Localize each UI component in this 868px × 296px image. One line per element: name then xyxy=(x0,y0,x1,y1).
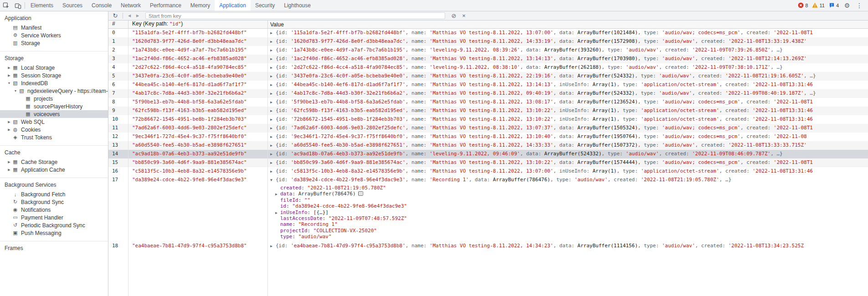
disclosure-collapsed-icon[interactable]: ▶ xyxy=(270,150,276,158)
disclosure-collapsed-icon[interactable]: ▶ xyxy=(270,38,276,46)
table-row-7[interactable]: 7"4ab17c8c-7d8a-44d3-b30f-32e21fb6b6a2"▶… xyxy=(108,89,868,98)
kebab-menu-icon[interactable]: ⋮ xyxy=(855,2,863,9)
chevron-expanded-icon[interactable]: ▼ xyxy=(6,82,12,85)
disclosure-collapsed-icon[interactable]: ▶ xyxy=(270,55,276,63)
tab-performance[interactable]: Performance xyxy=(145,0,186,11)
disclosure-collapsed-icon[interactable]: ▶ xyxy=(270,133,276,141)
disclosure-collapsed-icon[interactable]: ▶ xyxy=(270,64,276,72)
sidebar-item-ngdexielievequery-https-team-vidieditor-vi[interactable]: ▼▧ngdexielieveQuery - https://team-vidie… xyxy=(0,87,108,95)
table-row-14[interactable]: 14"ac9ad18b-07a6-4eb3-b373-aa92e51de9fb"… xyxy=(108,150,868,158)
sidebar-item-voiceovers[interactable]: ▦voiceovers xyxy=(0,110,108,118)
sidebar-item-indexeddb[interactable]: ▼▧IndexedDB xyxy=(0,79,108,87)
table-row-10[interactable]: 10"72b86672-1545-4951-be8b-1f284eb3b703"… xyxy=(108,115,868,124)
table-row-6[interactable]: 6"44bea45c-b140-4ef6-817d-d1ad6f7af1f7"▶… xyxy=(108,81,868,89)
sidebar-item-projects[interactable]: ▦projects xyxy=(0,95,108,102)
disclosure-collapsed-icon[interactable]: ▶ xyxy=(270,90,276,98)
next-page-icon[interactable]: ▶ xyxy=(134,12,142,20)
disclosure-collapsed-icon[interactable]: ▶ xyxy=(270,142,276,150)
property-value: "2022-11-08T21:19:05.780Z" xyxy=(308,185,386,191)
sidebar-item-trust-tokens[interactable]: ◈Trust Tokens xyxy=(0,133,108,141)
sidebar-item-notifications[interactable]: ◉Notifications xyxy=(0,206,108,214)
tab-application[interactable]: Application xyxy=(215,0,251,11)
disclosure-collapsed-icon[interactable]: ▶ xyxy=(270,107,276,115)
settings-gear-icon[interactable]: ⚙ xyxy=(843,2,851,9)
sidebar-item-storage[interactable]: ▥Storage xyxy=(0,39,108,47)
refresh-icon[interactable]: ↻ xyxy=(110,12,120,20)
chevron-collapsed-icon[interactable]: ▶ xyxy=(6,120,12,124)
sidebar-item-periodic-background-sync[interactable]: ↺Periodic Background Sync xyxy=(0,221,108,229)
sidebar-item-cache-storage[interactable]: ▶▦Cache Storage xyxy=(0,158,108,166)
table-row-9[interactable]: 9"62fc598b-f13f-4163-b3b5-eab582d195ed"▶… xyxy=(108,107,868,115)
tab-console[interactable]: Console xyxy=(87,0,116,11)
row-index: 18 xyxy=(108,242,128,250)
disclosure-collapsed-icon[interactable]: ▶ xyxy=(275,210,280,216)
table-row-16[interactable]: 16"c5813f5c-10b3-4eb8-8a32-e14578356e9b"… xyxy=(108,167,868,176)
sidebar-item-payment-handler[interactable]: ▭Payment Handler xyxy=(0,214,108,221)
sidebar-item-application-cache[interactable]: ▶▦Application Cache xyxy=(0,166,108,174)
table-row-11[interactable]: 11"7ad62a6f-6003-4dd6-9e03-2802ef25defc"… xyxy=(108,124,868,133)
delete-selected-icon[interactable]: × xyxy=(459,12,469,20)
disclosure-collapsed-icon[interactable]: ▶ xyxy=(270,242,276,250)
sidebar-item-web-sql[interactable]: ▶▧Web SQL xyxy=(0,118,108,126)
sidebar-item-manifest[interactable]: ▤Manifest xyxy=(0,24,108,31)
sidebar-item-sourceplayerhistory[interactable]: ▦sourcePlayerHistory xyxy=(0,102,108,110)
column-header-value[interactable]: Value xyxy=(268,21,868,28)
table-row-3[interactable]: 3"1ac2f40d-f86c-4652-ac46-efb8385ad028"▶… xyxy=(108,55,868,63)
warning-badge[interactable]: 11 xyxy=(812,2,824,9)
tab-security[interactable]: Security xyxy=(251,0,279,11)
chevron-collapsed-icon[interactable]: ▶ xyxy=(6,160,12,164)
tab-lighthouse[interactable]: Lighthouse xyxy=(279,0,315,11)
disclosure-collapsed-icon[interactable]: ▶ xyxy=(270,72,276,81)
previous-page-icon[interactable]: ◀ xyxy=(125,12,134,20)
clear-object-store-icon[interactable]: ⊘ xyxy=(449,12,459,20)
disclosure-collapsed-icon[interactable]: ▶ xyxy=(270,29,276,37)
disclosure-collapsed-icon[interactable]: ▶ xyxy=(270,124,276,133)
error-badge[interactable]: 8 xyxy=(798,2,808,9)
sidebar-item-session-storage[interactable]: ▶▦Session Storage xyxy=(0,71,108,79)
table-row-2[interactable]: 2"1a743b8c-e0ee-4d9f-a7af-7bc7a6b1b195"▶… xyxy=(108,46,868,55)
chevron-collapsed-icon[interactable]: ▶ xyxy=(6,128,12,132)
chevron-collapsed-icon[interactable]: ▶ xyxy=(6,74,12,77)
disclosure-collapsed-icon[interactable]: ▶ xyxy=(270,81,276,89)
disclosure-collapsed-icon[interactable]: ▶ xyxy=(270,168,276,176)
sidebar-item-background-sync[interactable]: ↻Background Sync xyxy=(0,198,108,206)
trust-tokens-icon: ◈ xyxy=(12,134,19,140)
sidebar-item-local-storage[interactable]: ▶▦Local Storage xyxy=(0,64,108,71)
disclosure-collapsed-icon[interactable]: ▶ xyxy=(270,46,276,55)
chevron-collapsed-icon[interactable]: ▶ xyxy=(6,168,12,172)
disclosure-collapsed-icon[interactable]: ▶ xyxy=(270,98,276,107)
chevron-collapsed-icon[interactable]: ▶ xyxy=(6,66,12,70)
disclosure-collapsed-icon[interactable]: ▶ xyxy=(275,191,280,197)
tab-elements[interactable]: Elements xyxy=(26,0,58,11)
table-row-17[interactable]: 17"da389e24-cdce-4b22-9fe8-96e4f3dac9e3"… xyxy=(108,176,868,242)
sidebar-item-cookies[interactable]: ▶◍Cookies xyxy=(0,126,108,133)
disclosure-collapsed-icon[interactable]: ▶ xyxy=(270,116,276,124)
table-row-15[interactable]: 15"bb850c99-3a60-4d6f-9aa9-881e385674ac"… xyxy=(108,158,868,167)
disclosure-collapsed-icon[interactable]: ▶ xyxy=(270,159,276,167)
table-row-8[interactable]: 8"5f90be13-eb7b-44b8-bf58-6a3a62e5fdab"▶… xyxy=(108,98,868,107)
tab-memory[interactable]: Memory xyxy=(186,0,215,11)
table-row-5[interactable]: 5"3437e0fa-23c6-4c0f-a05e-bcbeba9e40e0"▶… xyxy=(108,72,868,81)
table-row-13[interactable]: 13"a60d5540-fee5-4b30-b5ad-e3898f627651"… xyxy=(108,141,868,150)
tab-sources[interactable]: Sources xyxy=(58,0,87,11)
table-row-0[interactable]: 0"115a1dfa-5e2f-4fff-bf7b-b2682fd448bf"▶… xyxy=(108,29,868,37)
inspect-element-icon[interactable] xyxy=(0,0,12,11)
column-header-index[interactable]: # xyxy=(108,20,128,28)
start-from-key-input[interactable] xyxy=(145,12,445,19)
issues-badge[interactable]: 4 xyxy=(829,2,839,9)
table-row-4[interactable]: 4"2d27c622-f86d-4cc4-a518-4fa90784ec85"▶… xyxy=(108,63,868,72)
sidebar-item-push-messaging[interactable]: ▣Push Messaging xyxy=(0,229,108,237)
table-row-12[interactable]: 12"9ec346f1-727d-45e4-9c37-f75ff8640bf0"… xyxy=(108,133,868,141)
table-row-1[interactable]: 1"1620d783-9f77-426d-8e0f-d3bb48eaa7dc"▶… xyxy=(108,37,868,46)
column-header-key[interactable]: Key (Key path: "id") xyxy=(128,20,268,28)
sidebar-item-service-workers[interactable]: ⚙Service Workers xyxy=(0,31,108,39)
chevron-expanded-icon[interactable]: ▼ xyxy=(13,89,18,92)
table-row-18[interactable]: 18"ea4baeae-7b81-47d9-97f4-c95a3753d8b8"… xyxy=(108,242,868,250)
sidebar-item-background-fetch[interactable]: ↓Background Fetch xyxy=(0,190,108,198)
table-icon: ▦ xyxy=(25,103,31,109)
device-toolbar-icon[interactable] xyxy=(12,0,24,11)
tab-network[interactable]: Network xyxy=(116,0,145,11)
memory-inspector-icon[interactable] xyxy=(358,191,363,196)
row-index: 14 xyxy=(108,150,128,158)
disclosure-expanded-icon[interactable]: ▼ xyxy=(270,176,276,184)
